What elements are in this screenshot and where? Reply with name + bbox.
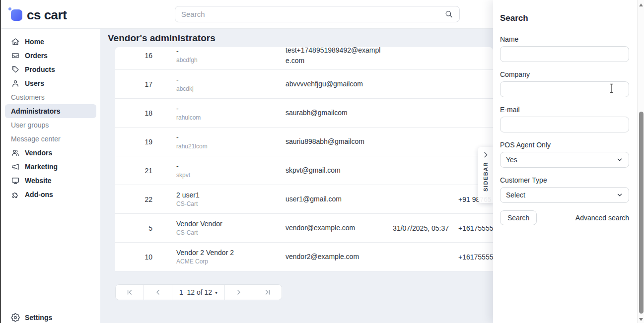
sidebar-item-administrators[interactable]: Administrators (5, 104, 96, 118)
row-company: CS-Cart (176, 229, 276, 236)
sidebar-item-user-groups[interactable]: User groups (1, 118, 100, 132)
page-title: Vendor's administrators (108, 33, 215, 44)
sidebar-item-message-center[interactable]: Message center (1, 132, 100, 146)
table-row[interactable]: 18 - rahulcom saurabh@gmailcom (115, 99, 493, 128)
pos-agent-value: Yes (506, 156, 517, 164)
table-row[interactable]: 19 - rahu21lcom sauriu898abh@gmailcom (115, 128, 493, 156)
company-label: Company (500, 70, 629, 79)
customer-type-label: Customer Type (500, 176, 629, 185)
puzzle-icon (11, 190, 20, 199)
megaphone-icon (11, 162, 20, 171)
row-company: abcdkj (176, 85, 276, 92)
administrators-table: 16 - abcdfgh test+1748951989492@example.… (115, 47, 493, 271)
chevron-left-icon (154, 288, 162, 296)
page-range-label: 1–12 of 12 (179, 288, 212, 296)
sidebar-item-label: Users (25, 79, 44, 87)
row-email[interactable]: skpvt@gmail.com (276, 165, 383, 176)
drawer-title: Search (500, 13, 629, 23)
global-search[interactable] (175, 6, 460, 22)
row-company: skpvt (176, 172, 276, 179)
row-email[interactable]: user1@gmail.com (276, 194, 383, 204)
advanced-search-link[interactable]: Advanced search (575, 214, 629, 222)
customer-type-value: Select (506, 191, 525, 199)
tag-icon (11, 65, 20, 74)
row-email[interactable]: vendor@example.com (276, 223, 383, 233)
sidebar-item-home[interactable]: Home (1, 35, 100, 49)
table-row[interactable]: 10 Vendor 2 Vendor 2 ACME Corp vendor2@e… (115, 243, 493, 271)
search-icon[interactable] (444, 9, 453, 19)
sidebar-item-customers[interactable]: Customers (1, 90, 100, 104)
global-search-input[interactable] (181, 10, 444, 18)
home-icon (11, 37, 20, 46)
table-row[interactable]: 22 2 user1 CS-Cart user1@gmail.com +91 9… (115, 185, 493, 214)
name-input[interactable] (500, 46, 629, 62)
row-email[interactable]: sauriu898abh@gmailcom (276, 136, 383, 147)
page-range-dropdown[interactable]: 1–12 of 12 ▾ (172, 285, 225, 300)
customer-type-select[interactable]: Select (500, 187, 629, 203)
table-row[interactable]: 16 - abcdfgh test+1748951989492@example.… (115, 47, 493, 70)
sidebar-item-settings[interactable]: Settings (11, 313, 52, 322)
row-email[interactable]: test+1748951989492@example.com (276, 47, 383, 66)
table-row[interactable]: 17 - abcdkj abvvvvehfjgu@gmailcom (115, 70, 493, 99)
prev-page-button[interactable] (144, 285, 172, 300)
sidebar-item-products[interactable]: Products (1, 63, 100, 76)
scroll-down-icon[interactable] (639, 318, 643, 321)
sidebar-item-users[interactable]: Users (1, 76, 100, 90)
row-name-cell: - rahulcom (152, 105, 276, 121)
row-email[interactable]: abvvvvehfjgu@gmailcom (276, 79, 383, 89)
row-company: ACME Corp (176, 258, 276, 265)
row-id: 22 (115, 195, 152, 203)
row-name[interactable]: Vendor Vendor (176, 220, 276, 228)
first-page-button[interactable] (116, 285, 144, 300)
sidebar-item-marketing[interactable]: Marketing (1, 160, 100, 174)
row-email[interactable]: saurabh@gmailcom (276, 108, 383, 118)
row-name[interactable]: - (176, 76, 276, 84)
row-id: 21 (115, 167, 152, 175)
pagination: 1–12 of 12 ▾ (115, 284, 282, 300)
row-name-cell: - abcdfgh (152, 47, 276, 64)
row-name[interactable]: Vendor 2 Vendor 2 (176, 249, 276, 257)
scrollbar-thumb[interactable] (639, 112, 644, 314)
table-body: 16 - abcdfgh test+1748951989492@example.… (115, 47, 493, 271)
last-page-button[interactable] (253, 285, 282, 300)
row-id: 19 (115, 138, 152, 146)
row-name[interactable]: - (176, 133, 276, 141)
email-input[interactable] (500, 117, 629, 132)
search-drawer: Search Name Company E-mail POS Agent Onl… (493, 0, 637, 323)
last-page-icon (264, 288, 272, 296)
row-name[interactable]: - (176, 162, 276, 170)
row-company: rahulcom (176, 114, 276, 121)
orders-icon (11, 51, 20, 60)
sidebar-item-label: Orders (25, 52, 48, 60)
row-email[interactable]: vendor2@example.com (276, 252, 383, 262)
row-name[interactable]: - (176, 105, 276, 113)
row-name-cell: Vendor 2 Vendor 2 ACME Corp (152, 249, 276, 265)
row-name[interactable]: - (176, 47, 276, 55)
sidebar-item-addons[interactable]: Add-ons (1, 188, 100, 201)
sidebar-tab-label: SIDEBAR (483, 162, 489, 192)
sidebar-item-label: Vendors (25, 149, 52, 157)
row-id: 10 (115, 253, 152, 261)
sidebar-collapse-tab[interactable]: SIDEBAR (478, 147, 493, 203)
row-id: 5 (115, 224, 152, 232)
os-scrollbar[interactable] (637, 0, 644, 323)
table-row[interactable]: 21 - skpvt skpvt@gmail.com (115, 156, 493, 185)
caret-down-icon: ▾ (215, 290, 217, 295)
cs-cart-logo[interactable]: cs cart (11, 7, 67, 23)
pos-agent-select[interactable]: Yes (500, 152, 629, 168)
sidebar-item-website[interactable]: Website (1, 174, 100, 188)
row-company: CS-Cart (176, 200, 276, 207)
row-name[interactable]: 2 user1 (176, 191, 276, 199)
sidebar-item-label: Marketing (25, 163, 58, 171)
row-name-cell: - rahu21lcom (152, 133, 276, 150)
next-page-button[interactable] (225, 285, 253, 300)
table-row[interactable]: 5 Vendor Vendor CS-Cart vendor@example.c… (115, 214, 493, 243)
sidebar-item-orders[interactable]: Orders (1, 49, 100, 63)
vendors-icon (11, 148, 20, 157)
company-input[interactable] (500, 81, 629, 97)
row-id: 17 (115, 80, 152, 88)
search-button[interactable]: Search (500, 210, 537, 225)
sidebar-item-vendors[interactable]: Vendors (1, 146, 100, 160)
scroll-up-icon[interactable] (639, 3, 643, 6)
logo-text: cs cart (27, 7, 67, 23)
